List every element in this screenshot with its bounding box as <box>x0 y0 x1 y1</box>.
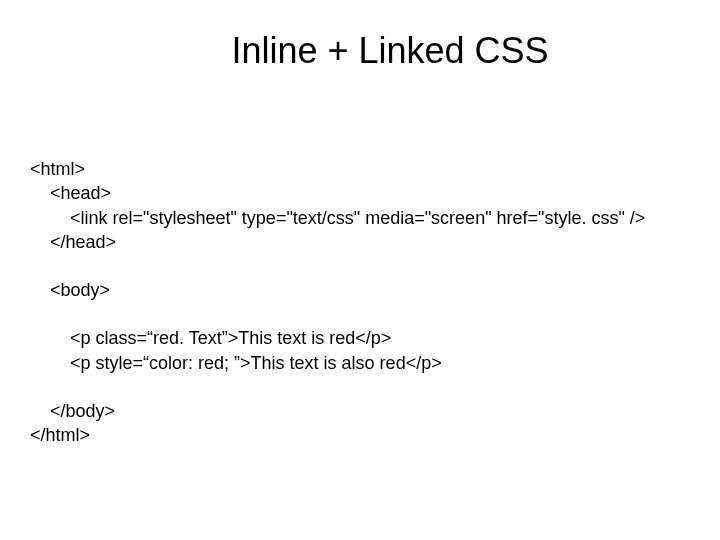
code-line: </html> <box>30 423 690 447</box>
code-example: <html> <head> <link rel="stylesheet" typ… <box>30 157 690 448</box>
code-line: <p style=“color: red; ”>This text is als… <box>30 351 690 375</box>
slide-container: Inline + Linked CSS <html> <head> <link … <box>0 0 720 540</box>
blank-line <box>30 254 690 278</box>
code-line: </head> <box>30 230 690 254</box>
blank-line <box>30 375 690 399</box>
code-line: <head> <box>30 181 690 205</box>
code-line: <p class=“red. Text”>This text is red</p… <box>30 326 690 350</box>
slide-title: Inline + Linked CSS <box>150 30 630 72</box>
blank-line <box>30 302 690 326</box>
code-line: <body> <box>30 278 690 302</box>
code-line: </body> <box>30 399 690 423</box>
code-line: <html> <box>30 157 690 181</box>
code-line: <link rel="stylesheet" type="text/css" m… <box>30 206 690 230</box>
